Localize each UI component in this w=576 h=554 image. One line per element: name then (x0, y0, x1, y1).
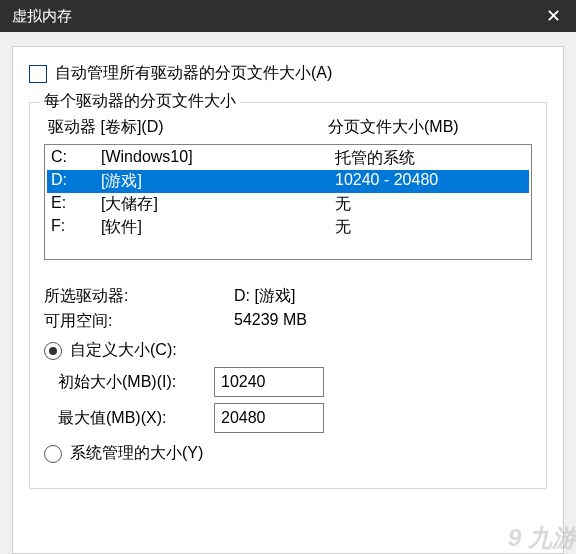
drive-letter: F: (51, 217, 101, 238)
max-size-input[interactable] (214, 403, 324, 433)
drive-size: 无 (335, 194, 525, 215)
window-body: 自动管理所有驱动器的分页文件大小(A) 每个驱动器的分页文件大小 驱动器 [卷标… (0, 32, 576, 554)
drive-size: 10240 - 20480 (335, 171, 525, 192)
drive-list-header: 驱动器 [卷标](D) 分页文件大小(MB) (44, 117, 532, 138)
free-space-value: 54239 MB (234, 311, 532, 332)
group-legend: 每个驱动器的分页文件大小 (40, 91, 240, 112)
drive-row[interactable]: D: [游戏] 10240 - 20480 (47, 170, 529, 193)
custom-size-radio[interactable]: 自定义大小(C): (44, 340, 532, 361)
col-size-label: 分页文件大小(MB) (328, 117, 528, 138)
initial-size-row: 初始大小(MB)(I): (44, 367, 532, 397)
drive-label: [游戏] (101, 171, 335, 192)
drive-row[interactable]: E: [大储存] 无 (47, 193, 529, 216)
drive-list[interactable]: C: [Windows10] 托管的系统 D: [游戏] 10240 - 204… (44, 144, 532, 260)
auto-manage-checkbox[interactable]: 自动管理所有驱动器的分页文件大小(A) (29, 63, 547, 84)
radio-icon (44, 445, 62, 463)
drive-row-empty (47, 239, 529, 257)
pagefile-groupbox: 每个驱动器的分页文件大小 驱动器 [卷标](D) 分页文件大小(MB) C: [… (29, 102, 547, 489)
free-space-info: 可用空间: 54239 MB (44, 311, 532, 332)
title-bar: 虚拟内存 ✕ (0, 0, 576, 32)
selected-drive-label: 所选驱动器: (44, 286, 234, 307)
col-drive-label: 驱动器 [卷标](D) (48, 117, 328, 138)
drive-letter: D: (51, 171, 101, 192)
drive-label: [软件] (101, 217, 335, 238)
drive-letter: E: (51, 194, 101, 215)
drive-letter: C: (51, 148, 101, 169)
window-title: 虚拟内存 (12, 7, 72, 26)
drive-label: [大储存] (101, 194, 335, 215)
radio-icon (44, 342, 62, 360)
system-managed-radio[interactable]: 系统管理的大小(Y) (44, 443, 532, 464)
drive-label: [Windows10] (101, 148, 335, 169)
close-icon: ✕ (546, 5, 561, 27)
drive-size: 托管的系统 (335, 148, 525, 169)
checkbox-icon (29, 65, 47, 83)
drive-size: 无 (335, 217, 525, 238)
initial-size-input[interactable] (214, 367, 324, 397)
max-size-label: 最大值(MB)(X): (44, 408, 214, 429)
close-button[interactable]: ✕ (530, 0, 576, 32)
inner-panel: 自动管理所有驱动器的分页文件大小(A) 每个驱动器的分页文件大小 驱动器 [卷标… (12, 46, 564, 554)
system-managed-label: 系统管理的大小(Y) (70, 443, 203, 464)
selected-drive-value: D: [游戏] (234, 286, 532, 307)
drive-row[interactable]: C: [Windows10] 托管的系统 (47, 147, 529, 170)
selected-drive-info: 所选驱动器: D: [游戏] (44, 286, 532, 307)
drive-row[interactable]: F: [软件] 无 (47, 216, 529, 239)
max-size-row: 最大值(MB)(X): (44, 403, 532, 433)
free-space-label: 可用空间: (44, 311, 234, 332)
custom-size-label: 自定义大小(C): (70, 340, 177, 361)
auto-manage-label: 自动管理所有驱动器的分页文件大小(A) (55, 63, 332, 84)
initial-size-label: 初始大小(MB)(I): (44, 372, 214, 393)
